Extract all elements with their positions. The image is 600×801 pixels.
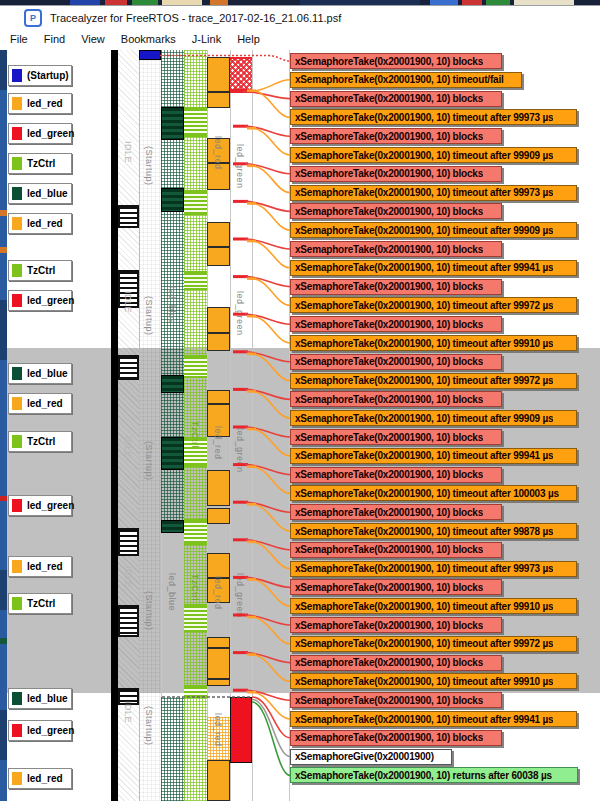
ledgreen-exec-block[interactable]: [230, 697, 252, 763]
ledblue-exec-block[interactable]: [161, 520, 184, 533]
menu-item-file[interactable]: File: [2, 30, 36, 48]
ledred-exec-block[interactable]: [207, 247, 230, 266]
tzctrl-exec-block[interactable]: [184, 355, 207, 378]
event-label-timeout[interactable]: xSemaphoreTake(0x20001900, 10) timeout a…: [290, 297, 577, 313]
ledred-exec-block[interactable]: [207, 333, 230, 351]
event-label-blocks[interactable]: xSemaphoreTake(0x20001900, 10) blocks: [290, 617, 502, 633]
event-label-timeout[interactable]: xSemaphoreTake(0x20001900, 10) timeout a…: [290, 335, 577, 351]
startup-exec-block[interactable]: [139, 50, 161, 60]
task-label-ledred[interactable]: led_red: [8, 393, 72, 414]
task-label-tzctrl[interactable]: TzCtrl: [8, 593, 72, 614]
tzctrl-exec-block[interactable]: [184, 190, 207, 215]
ledred-exec-block[interactable]: [207, 390, 230, 404]
task-label-ledblue[interactable]: led_blue: [8, 363, 72, 384]
menu-item-view[interactable]: View: [73, 30, 113, 48]
event-label-blocks[interactable]: xSemaphoreTake(0x20001900, 10) blocks: [290, 128, 502, 144]
event-label-timeout[interactable]: xSemaphoreTake(0x20001900, 10) timeout a…: [290, 598, 577, 614]
task-label-ledgreen[interactable]: led_green: [8, 495, 72, 516]
ledred-exec-block[interactable]: [207, 307, 230, 333]
ledred-exec-block[interactable]: [207, 760, 230, 801]
ledred-exec-block[interactable]: [207, 679, 230, 686]
event-label-timeout[interactable]: xSemaphoreTake(0x20001900, 10) timeout a…: [290, 711, 577, 727]
event-label-blocks[interactable]: xSemaphoreTake(0x20001900, 10) blocks: [290, 316, 502, 332]
event-label-timeout[interactable]: xSemaphoreTake(0x20001900, 10) timeout a…: [290, 260, 577, 276]
menu-item-help[interactable]: Help: [229, 30, 268, 48]
ledblue-exec-block[interactable]: [161, 437, 184, 470]
event-label-timeout[interactable]: xSemaphoreTake(0x20001900, 10) timeout a…: [290, 222, 577, 238]
event-label-timeout[interactable]: xSemaphoreTake(0x20001900, 10) timeout a…: [290, 636, 577, 652]
event-label-blocks[interactable]: xSemaphoreTake(0x20001900, 10) blocks: [290, 53, 502, 69]
tzctrl-exec-block[interactable]: [184, 604, 207, 632]
task-label-ledred[interactable]: led_red: [8, 93, 72, 114]
ledred-exec-block[interactable]: [207, 92, 230, 108]
event-label-blocks[interactable]: xSemaphoreTake(0x20001900, 10) blocks: [290, 166, 502, 182]
ledred-exec-block[interactable]: [207, 470, 230, 506]
task-label-ledblue[interactable]: led_blue: [8, 688, 72, 709]
overview-strip[interactable]: [0, 50, 7, 801]
event-label-blocks[interactable]: xSemaphoreTake(0x20001900, 10) blocks: [290, 467, 502, 483]
event-label-blocks[interactable]: xSemaphoreTake(0x20001900, 10) blocks: [290, 91, 502, 107]
event-label-give[interactable]: xSemaphoreGive(0x20001900): [290, 749, 452, 765]
event-label-blocks[interactable]: xSemaphoreTake(0x20001900, 10) blocks: [290, 542, 502, 558]
event-label-timeout[interactable]: xSemaphoreTake(0x20001900, 10) timeout a…: [290, 523, 577, 539]
ledgreen-exec-block[interactable]: [230, 57, 252, 89]
task-label-tzctrl[interactable]: TzCtrl: [8, 153, 72, 174]
event-label-timeout[interactable]: xSemaphoreTake(0x20001900, 10) timeout a…: [290, 561, 577, 577]
task-label-startup[interactable]: (Startup): [8, 65, 72, 86]
ledred-exec-block[interactable]: [207, 57, 230, 92]
menu-item-find[interactable]: Find: [36, 30, 73, 48]
event-label-blocks[interactable]: xSemaphoreTake(0x20001900, 10) blocks: [290, 391, 502, 407]
ledred-exec-block[interactable]: [207, 553, 230, 578]
ledred-exec-block[interactable]: [207, 222, 230, 247]
event-label-blocks[interactable]: xSemaphoreTake(0x20001900, 10) blocks: [290, 504, 502, 520]
event-label-blocks[interactable]: xSemaphoreTake(0x20001900, 10) blocks: [290, 730, 502, 746]
idle-exec-block[interactable]: [118, 205, 139, 228]
tzctrl-exec-block[interactable]: [184, 271, 207, 290]
event-label-timeout[interactable]: xSemaphoreTake(0x20001900, 10) timeout a…: [290, 673, 577, 689]
event-label-timeout[interactable]: xSemaphoreTake(0x20001900, 10) timeout a…: [290, 410, 577, 426]
task-label-ledblue[interactable]: led_blue: [8, 183, 72, 204]
event-label-blocks[interactable]: xSemaphoreTake(0x20001900, 10) blocks: [290, 692, 502, 708]
event-label-blocks[interactable]: xSemaphoreTake(0x20001900, 10) blocks: [290, 203, 502, 219]
event-label-blocks[interactable]: xSemaphoreTake(0x20001900, 10) blocks: [290, 429, 502, 445]
ledred-exec-block[interactable]: [207, 637, 230, 648]
tzctrl-exec-block[interactable]: [184, 685, 207, 698]
event-label-blocks[interactable]: xSemaphoreTake(0x20001900, 10) blocks: [290, 241, 502, 257]
menu-item-bookmarks[interactable]: Bookmarks: [113, 30, 184, 48]
task-label-ledred[interactable]: led_red: [8, 768, 72, 789]
ledred-exec-block[interactable]: [207, 508, 230, 524]
ledred-exec-block[interactable]: [207, 648, 230, 679]
tzctrl-exec-block[interactable]: [184, 519, 207, 545]
idle-exec-block[interactable]: [118, 355, 139, 380]
task-label-ledgreen[interactable]: led_green: [8, 123, 72, 144]
event-label-blocks[interactable]: xSemaphoreTake(0x20001900, 10) blocks: [290, 655, 502, 671]
task-label-ledgreen[interactable]: led_green: [8, 290, 72, 311]
event-label-timeout[interactable]: xSemaphoreTake(0x20001900, 10) timeout a…: [290, 373, 577, 389]
event-label-blocks[interactable]: xSemaphoreTake(0x20001900, 10) blocks: [290, 354, 502, 370]
event-label-timeout[interactable]: xSemaphoreTake(0x20001900, 10) timeout a…: [290, 185, 577, 201]
idle-exec-block[interactable]: [118, 528, 139, 556]
event-label-timeout[interactable]: xSemaphoreTake(0x20001900, 10) timeout/f…: [290, 72, 522, 88]
event-label-timeout[interactable]: xSemaphoreTake(0x20001900, 10) timeout a…: [290, 485, 577, 501]
window-title: Tracealyzer for FreeRTOS - trace_2017-02…: [50, 12, 341, 24]
ledblue-exec-block[interactable]: [161, 188, 184, 212]
event-label-blocks[interactable]: xSemaphoreTake(0x20001900, 10) blocks: [290, 579, 502, 595]
event-label-returns[interactable]: xSemaphoreTake(0x20001900, 10) returns a…: [290, 767, 578, 783]
tzctrl-exec-block[interactable]: [184, 107, 207, 137]
ledgreen-exec-block[interactable]: [230, 89, 252, 93]
idle-exec-block[interactable]: [118, 605, 139, 637]
ledblue-exec-block[interactable]: [161, 375, 184, 393]
task-label-tzctrl[interactable]: TzCtrl: [8, 431, 72, 452]
title-bar[interactable]: P Tracealyzer for FreeRTOS - trace_2017-…: [0, 5, 600, 29]
task-label-ledgreen[interactable]: led_green: [8, 720, 72, 741]
task-label-tzctrl[interactable]: TzCtrl: [8, 260, 72, 281]
lane-name-label: led_blue: [167, 286, 177, 324]
event-label-blocks[interactable]: xSemaphoreTake(0x20001900, 10) blocks: [290, 279, 502, 295]
task-label-ledred[interactable]: led_red: [8, 213, 72, 234]
task-label-ledred[interactable]: led_red: [8, 556, 72, 577]
event-label-timeout[interactable]: xSemaphoreTake(0x20001900, 10) timeout a…: [290, 109, 577, 125]
event-label-timeout[interactable]: xSemaphoreTake(0x20001900, 10) timeout a…: [290, 147, 577, 163]
ledblue-exec-block[interactable]: [161, 107, 184, 140]
menu-item-jlink[interactable]: J-Link: [184, 30, 229, 48]
event-label-timeout[interactable]: xSemaphoreTake(0x20001900, 10) timeout a…: [290, 448, 577, 464]
